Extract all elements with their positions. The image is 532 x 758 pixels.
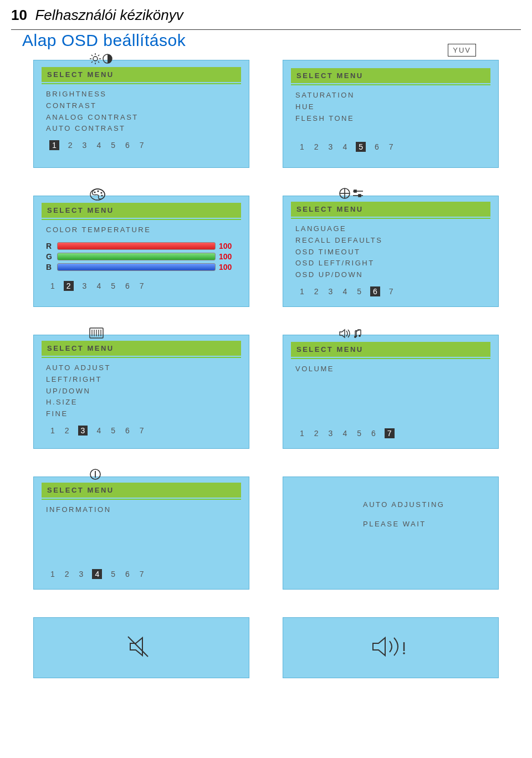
tabs: 1 2 3 4 5 6 7 (42, 423, 241, 436)
tab[interactable]: 7 (385, 428, 395, 438)
panel-speaker (283, 617, 499, 678)
tab[interactable]: 2 (64, 426, 70, 436)
tab[interactable]: 2 (313, 142, 320, 152)
tab[interactable]: 6 (124, 281, 131, 291)
tabs: 1 2 3 4 5 6 7 (42, 138, 241, 150)
menu-item[interactable]: AUTO CONTRAST (46, 123, 237, 135)
tab[interactable]: 1 (49, 569, 56, 579)
tab[interactable]: 5 (110, 426, 116, 436)
tab[interactable]: 1 (49, 426, 56, 436)
tab[interactable]: 6 (124, 426, 131, 436)
settings-icon (339, 187, 364, 199)
menu-item[interactable]: UP/DOWN (46, 386, 237, 397)
tab[interactable]: 1 (299, 286, 305, 296)
tab[interactable]: 4 (341, 142, 348, 152)
menu-item[interactable]: RECALL DEFAULTS (295, 235, 486, 247)
tab[interactable]: 1 (299, 428, 305, 438)
info-icon (89, 468, 101, 480)
menu-item[interactable]: OSD UP/DOWN (295, 269, 486, 281)
menu-item[interactable]: CONTRAST (46, 100, 237, 112)
tab[interactable]: 7 (388, 142, 395, 152)
tab[interactable]: 3 (328, 286, 334, 296)
menu-item[interactable]: OSD LEFT/RIGHT (295, 258, 486, 269)
rgb-bar-green[interactable] (57, 253, 216, 260)
menu-item[interactable]: LEFT/RIGHT (46, 374, 237, 386)
tab[interactable]: 5 (110, 281, 116, 291)
separator (291, 84, 490, 85)
tab[interactable]: 3 (81, 281, 88, 291)
panel-title: SELECT MENU (291, 342, 490, 357)
rgb-label: R (46, 242, 54, 250)
tab[interactable]: 1 (49, 281, 56, 291)
status-line-2: PLEASE WAIT (363, 519, 490, 530)
status-message: AUTO ADJUSTING PLEASE WAIT (291, 485, 490, 530)
menu-item[interactable]: VOLUME (295, 363, 486, 375)
menu-items: BRIGHTNESS CONTRAST ANALOG CONTRAST AUTO… (42, 88, 241, 138)
tab[interactable]: 5 (356, 286, 362, 296)
panel-language: SELECT MENU LANGUAGE RECALL DEFAULTS OSD… (283, 196, 499, 307)
tab[interactable]: 2 (313, 286, 320, 296)
panel-title: SELECT MENU (42, 483, 241, 498)
tab[interactable]: 6 (124, 569, 131, 579)
tab[interactable]: 2 (64, 281, 74, 291)
svg-point-14 (101, 194, 103, 196)
tab[interactable]: 4 (92, 569, 102, 579)
tab[interactable]: 1 (49, 140, 59, 150)
tab[interactable]: 7 (388, 286, 395, 296)
tab[interactable]: 5 (356, 142, 366, 152)
menu-item[interactable]: OSD TIMEOUT (295, 247, 486, 258)
separator (42, 219, 241, 220)
menu-item[interactable]: FINE (46, 408, 237, 420)
rgb-bar-red[interactable] (57, 242, 216, 250)
tab[interactable]: 3 (328, 142, 334, 152)
panel-title: SELECT MENU (291, 68, 490, 83)
tab[interactable]: 5 (110, 140, 116, 150)
tab[interactable]: 4 (341, 428, 348, 438)
tab[interactable]: 5 (110, 569, 116, 579)
menu-item[interactable]: LANGUAGE (295, 223, 486, 235)
menu-item[interactable]: COLOR TEMPERATURE (46, 224, 237, 236)
tabs: 1 2 3 4 5 6 7 (42, 567, 241, 579)
tab[interactable]: 2 (64, 569, 70, 579)
tabs: 1 2 3 4 5 6 7 (42, 279, 241, 291)
tab[interactable]: 4 (95, 281, 102, 291)
tab[interactable]: 6 (374, 142, 380, 152)
rgb-value: 100 (219, 242, 237, 250)
svg-point-12 (97, 190, 99, 192)
menu-item[interactable]: H.SIZE (46, 397, 237, 408)
tab[interactable]: 3 (78, 426, 88, 436)
panel-title: SELECT MENU (291, 202, 490, 217)
brightness-contrast-icon (89, 53, 114, 65)
tab[interactable]: 2 (313, 428, 320, 438)
tab[interactable]: 3 (78, 569, 85, 579)
manual-title: Felhasználói kézikönyv (35, 7, 183, 24)
yuv-tag: YUV (448, 44, 476, 57)
tab[interactable]: 6 (124, 140, 131, 150)
tab[interactable]: 4 (95, 140, 102, 150)
menu-item[interactable]: SATURATION (295, 90, 486, 101)
menu-items: COLOR TEMPERATURE (42, 223, 241, 239)
tab[interactable]: 7 (139, 140, 145, 150)
tab[interactable]: 4 (95, 426, 102, 436)
menu-item[interactable]: FLESH TONE (295, 113, 486, 125)
tab[interactable]: 6 (370, 428, 377, 438)
menu-item[interactable]: INFORMATION (46, 504, 237, 516)
status-line-1: AUTO ADJUSTING (363, 499, 490, 511)
menu-item[interactable]: AUTO ADJUST (46, 362, 237, 374)
tab[interactable]: 6 (370, 286, 380, 296)
tab[interactable]: 1 (299, 142, 305, 152)
tab[interactable]: 3 (81, 140, 88, 150)
tab[interactable]: 7 (139, 281, 145, 291)
menu-item[interactable]: BRIGHTNESS (46, 89, 237, 100)
rgb-bar-blue[interactable] (57, 263, 216, 271)
menu-item[interactable]: HUE (295, 101, 486, 113)
tab[interactable]: 7 (139, 569, 145, 579)
svg-line-36 (128, 637, 148, 657)
menu-item[interactable]: ANALOG CONTRAST (46, 112, 237, 124)
tab[interactable]: 2 (67, 140, 74, 150)
tab[interactable]: 5 (356, 428, 362, 438)
tab[interactable]: 7 (139, 426, 145, 436)
menu-items: INFORMATION (42, 503, 241, 519)
tab[interactable]: 4 (341, 286, 348, 296)
tab[interactable]: 3 (328, 428, 334, 438)
